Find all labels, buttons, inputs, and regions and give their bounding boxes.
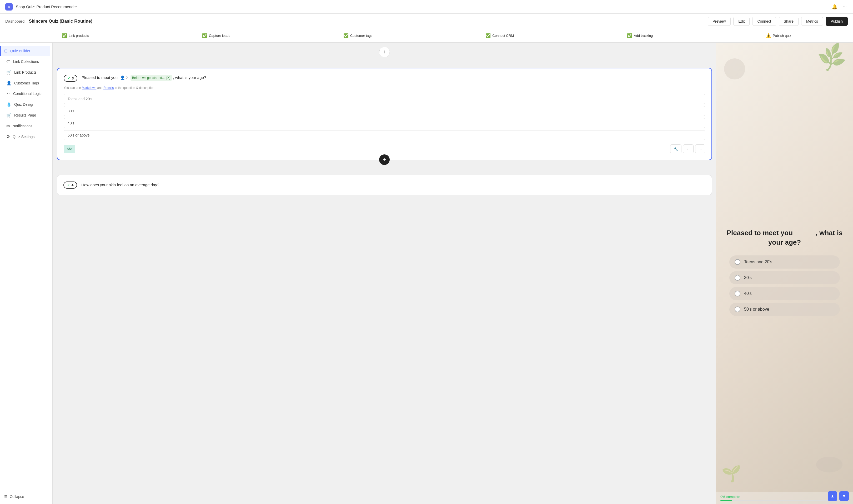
more-options-icon[interactable]: ···: [842, 3, 848, 11]
answer-option-1[interactable]: Teens and 20's: [64, 94, 705, 104]
collapse-icon: ☰: [4, 494, 7, 499]
publish-button[interactable]: Publish: [825, 17, 848, 26]
sidebar-label: Conditional Logic: [13, 92, 41, 96]
question-text: Pleased to meet you: [82, 75, 118, 80]
main-layout: ⊞ Quiz Builder 🏷 Link Collections 🛒 Link…: [0, 42, 853, 504]
quiz-scroll: + ✓ 3 Pleased to meet you 👤 2: [53, 42, 716, 199]
connect-button[interactable]: Connect: [752, 17, 776, 26]
sidebar-item-notifications[interactable]: ✉ Notifications: [2, 121, 50, 131]
question-title-4: How does your skin feel on an average da…: [81, 182, 705, 188]
content-area: + ✓ 3 Pleased to meet you 👤 2: [53, 42, 716, 504]
question-title-3: Pleased to meet you 👤 2 Before we get st…: [82, 75, 705, 81]
step-badge-4: ✓ 4: [64, 181, 77, 188]
add-after-card-3-button[interactable]: +: [379, 155, 390, 165]
sidebar-item-quiz-builder[interactable]: ⊞ Quiz Builder: [0, 46, 50, 56]
markdown-link[interactable]: Markdown: [82, 86, 96, 90]
bell-icon[interactable]: 🔔: [831, 3, 838, 11]
sidebar-label: Quiz Builder: [10, 49, 30, 53]
sidebar-item-customer-tags[interactable]: 👤 Customer Tags: [2, 78, 50, 88]
preview-option-2[interactable]: 30's: [729, 271, 840, 284]
preview-option-1[interactable]: Teens and 20's: [729, 255, 840, 269]
question-suffix: , what is your age?: [173, 75, 206, 80]
radio-4: [734, 306, 741, 312]
top-bar: ◈ Shop Quiz: Product Recommender 🔔 ···: [0, 0, 853, 14]
step-connect-crm[interactable]: ✅ Connect CRM: [485, 33, 514, 38]
sidebar-item-quiz-settings[interactable]: ⚙ Quiz Settings: [2, 131, 50, 142]
step-check-icon: ✅: [62, 33, 67, 38]
sidebar-item-link-products[interactable]: 🛒 Link Products: [2, 67, 50, 77]
quiz-card-4: ✓ 4 How does your skin feel on an averag…: [57, 175, 712, 195]
collapse-label: Collapse: [10, 494, 24, 499]
more-button[interactable]: ···: [695, 144, 705, 154]
step-check-icon: ✅: [343, 33, 349, 38]
step-label: Link products: [69, 34, 89, 38]
step-capture-leads[interactable]: ✅ Capture leads: [202, 33, 230, 38]
metrics-button[interactable]: Metrics: [801, 17, 823, 26]
hint-prefix: You can use: [64, 86, 82, 90]
step-check-icon: ✅: [627, 33, 632, 38]
question-text-area: Pleased to meet you 👤 2 Before we get st…: [82, 75, 705, 81]
step-label: Connect CRM: [492, 34, 514, 38]
top-bar-right: 🔔 ···: [831, 3, 848, 11]
preview-option-4[interactable]: 50's or above: [729, 303, 840, 316]
answer-option-2[interactable]: 30's: [64, 106, 705, 116]
next-button[interactable]: ▼: [839, 491, 849, 501]
person-icon-small: 👤: [120, 75, 125, 80]
quiz-title: Skincare Quiz (Basic Routine): [29, 19, 92, 24]
header-actions: Preview Edit Connect Share Metrics Publi…: [708, 17, 848, 26]
breadcrumb-dashboard[interactable]: Dashboard: [5, 19, 24, 23]
sidebar-item-results-page[interactable]: 🛒 Results Page: [2, 110, 50, 120]
edit-button[interactable]: Edit: [733, 17, 750, 26]
step-label: Add tracking: [634, 34, 653, 38]
sidebar-item-conditional-logic[interactable]: ↔ Conditional Logic: [2, 89, 50, 98]
answer-option-4[interactable]: 50's or above: [64, 130, 705, 140]
sidebar: ⊞ Quiz Builder 🏷 Link Collections 🛒 Link…: [0, 42, 53, 504]
step-number-4: 4: [72, 183, 73, 187]
share-button[interactable]: Share: [779, 17, 799, 26]
preview-option-label-3: 40's: [744, 291, 752, 296]
sidebar-label: Customer Tags: [14, 81, 39, 85]
app-icon-symbol: ◈: [7, 5, 11, 9]
design-icon: 💧: [6, 102, 12, 107]
envelope-icon: ✉: [6, 123, 10, 128]
answer-option-3[interactable]: 40's: [64, 118, 705, 128]
collapse-button[interactable]: ☰ Collapse: [4, 494, 24, 499]
wrench-button[interactable]: 🔧: [670, 144, 681, 154]
hint-text: You can use Markdown and Recalls You can…: [64, 86, 705, 90]
checkmark-icon: ✓: [67, 76, 70, 80]
app-icon: ◈: [5, 3, 13, 11]
sidebar-bottom: ☰ Collapse: [0, 492, 52, 501]
settings-icon: ⚙: [6, 134, 10, 139]
grid-icon: ⊞: [4, 49, 7, 53]
sidebar-label: Notifications: [12, 124, 32, 128]
step-link-products[interactable]: ✅ Link products: [62, 33, 89, 38]
preview-option-label-1: Teens and 20's: [744, 259, 772, 264]
step-warning-icon: ⚠️: [766, 33, 771, 38]
quiz-card-4-header: ✓ 4 How does your skin feel on an averag…: [64, 181, 705, 188]
preview-option-label-4: 50's or above: [744, 307, 769, 312]
quiz-card-3: ✓ 3 Pleased to meet you 👤 2 Before we ge…: [57, 68, 712, 160]
radio-3: [734, 291, 741, 296]
sidebar-item-link-collections[interactable]: 🏷 Link Collections: [2, 57, 50, 67]
quiz-card-3-header: ✓ 3 Pleased to meet you 👤 2 Before we ge…: [64, 75, 705, 82]
step-customer-tags[interactable]: ✅ Customer tags: [343, 33, 373, 38]
sidebar-item-quiz-design[interactable]: 💧 Quiz Design: [2, 99, 50, 109]
logic-icon: ↔: [6, 91, 11, 96]
preview-button[interactable]: Preview: [708, 17, 731, 26]
step-publish-quiz[interactable]: ⚠️ Publish quiz: [766, 33, 791, 38]
step-badge-3: ✓ 3: [64, 75, 77, 82]
sidebar-label: Link Collections: [13, 59, 39, 64]
step-add-tracking[interactable]: ✅ Add tracking: [627, 33, 653, 38]
before-tag[interactable]: Before we get started.... [X]: [130, 75, 172, 81]
add-question-top-button[interactable]: +: [379, 47, 390, 57]
top-bar-left: ◈ Shop Quiz: Product Recommender: [5, 3, 77, 11]
preview-overlay: Pleased to meet you _ _ _ _, what is you…: [716, 42, 853, 504]
prev-button[interactable]: ▲: [828, 491, 837, 501]
preview-navigation: ▲ ▼: [828, 491, 849, 501]
recalls-link[interactable]: Recalls: [103, 86, 114, 90]
preview-option-3[interactable]: 40's: [729, 287, 840, 300]
code-embed-button[interactable]: </>: [64, 145, 75, 153]
recall-count: 2: [126, 76, 128, 80]
app-title: Shop Quiz: Product Recommender: [16, 4, 77, 9]
branch-button[interactable]: ↔: [683, 144, 694, 154]
